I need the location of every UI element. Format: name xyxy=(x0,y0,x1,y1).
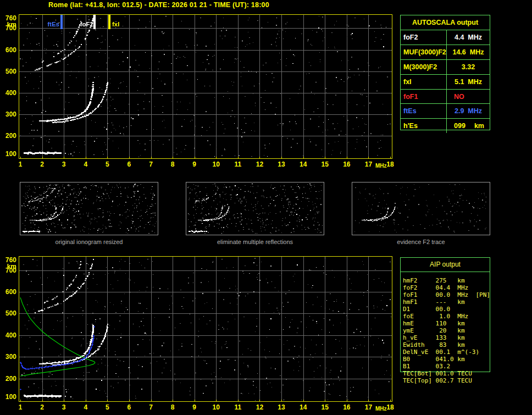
x-tick-label-10: 10 xyxy=(210,403,222,411)
autoscala-table-title: AUTOSCALA output xyxy=(401,15,490,30)
y-tick-label-400: 400 xyxy=(0,331,16,339)
x-tick-label-14: 14 xyxy=(297,161,309,168)
main-ionogram-canvas xyxy=(19,14,392,159)
x-tick-label-6: 6 xyxy=(123,403,135,411)
autoscala-row-label: foF1 xyxy=(401,90,447,104)
x-tick-label-2: 2 xyxy=(36,403,48,411)
x-tick-label-15: 15 xyxy=(319,161,331,168)
autoscala-row-value: NO xyxy=(447,90,490,104)
aip-row-hmF2: hmF2 275 km xyxy=(403,277,490,284)
aip-row-foF2: foF2 04.4 MHz xyxy=(403,284,490,291)
x-tick-label-4: 4 xyxy=(80,161,92,168)
autoscala-output-table: AUTOSCALA output foF24.4MHzMUF(3000)F214… xyxy=(400,15,490,130)
x-tick-label-10: 10 xyxy=(210,161,222,168)
x-tick-label-12: 12 xyxy=(253,161,265,168)
x-tick-label-13: 13 xyxy=(275,403,287,411)
autoscala-row-label: ftEs xyxy=(401,104,447,118)
fxI-marker-label: fxI xyxy=(112,21,119,27)
x-tick-label-17: 17 xyxy=(362,161,374,168)
autoscala-row-MUF(3000)F2: MUF(3000)F214.6MHz xyxy=(401,45,490,60)
aip-row-B1: B1 03.2 xyxy=(403,363,490,370)
autoscala-row-value: 099km xyxy=(447,119,490,133)
y-tick-label-500: 500 xyxy=(0,68,16,75)
autoscala-row-value: 4.4MHz xyxy=(447,30,490,45)
x-tick-label-4: 4 xyxy=(80,403,92,411)
autoscala-row-value: 14.6MHz xyxy=(447,45,490,59)
x-tick-label-7: 7 xyxy=(145,403,157,411)
x-axis-unit: MHz xyxy=(375,406,387,412)
aip-row-DelN_vE: DelN_vE 00.1 m^(-3) xyxy=(403,348,490,356)
page-title: Rome (lat: +41.8, lon: 012.5) - DATE: 20… xyxy=(48,1,269,9)
x-tick-label-9: 9 xyxy=(189,161,201,168)
x-tick-label-16: 16 xyxy=(341,161,353,168)
x-tick-label-6: 6 xyxy=(123,161,135,168)
autoscala-row-label: foF2 xyxy=(401,30,447,45)
autoscala-row-M(3000)F2: M(3000)F23.32 xyxy=(401,60,490,75)
autoscala-table-rows: foF24.4MHzMUF(3000)F214.6MHzM(3000)F23.3… xyxy=(401,30,490,133)
panel-original-ionogram-canvas xyxy=(20,182,158,235)
x-tick-label-13: 13 xyxy=(275,161,287,168)
autoscala-row-value: 2.9MHz xyxy=(447,104,490,118)
x-tick-label-14: 14 xyxy=(297,403,309,411)
y-axis-unit: km xyxy=(0,263,16,270)
aip-row-hmF1: hmF1 --- km xyxy=(403,298,490,306)
profile-ionogram-plot xyxy=(19,256,392,402)
y-tick-label-600: 600 xyxy=(0,46,16,54)
autoscala-row-label: MUF(3000)F2 xyxy=(401,45,447,59)
autoscala-row-value: 5.1MHz xyxy=(447,75,490,89)
aip-row-B0: B0 041.0 km xyxy=(403,356,490,363)
x-tick-label-7: 7 xyxy=(145,161,157,168)
aip-row-TEC[Top]: TEC[Top] 002.7 TECU xyxy=(403,377,490,384)
y-tick-label-300: 300 xyxy=(0,353,16,361)
panel-eliminate-reflections-canvas xyxy=(186,182,324,235)
aip-row-h_vE: h_vE 133 km xyxy=(403,334,490,341)
foF2-marker-label: foF2 xyxy=(76,21,93,27)
aip-row-Ewidth: Ewidth 83 km xyxy=(403,341,490,348)
x-tick-label-15: 15 xyxy=(319,403,331,411)
panel-evidence-f2-canvas xyxy=(352,182,490,235)
x-tick-label-5: 5 xyxy=(101,161,113,168)
x-tick-label-1: 1 xyxy=(14,403,26,411)
panel-eliminate-reflections xyxy=(186,182,324,235)
x-tick-label-11: 11 xyxy=(232,161,244,168)
aip-row-ymE: ymE 20 km xyxy=(403,327,490,334)
autoscala-row-ftEs: ftEs2.9MHz xyxy=(401,104,490,119)
panel-evidence-f2-caption: evidence F2 trace xyxy=(352,239,490,245)
y-tick-label-100: 100 xyxy=(0,393,16,401)
y-tick-label-400: 400 xyxy=(0,89,16,97)
panel-evidence-f2 xyxy=(352,182,490,235)
autoscala-row-value: 3.32 xyxy=(447,60,490,74)
x-tick-label-12: 12 xyxy=(253,403,265,411)
y-tick-label-100: 100 xyxy=(0,150,16,158)
main-ionogram-plot xyxy=(19,14,392,159)
x-tick-label-2: 2 xyxy=(36,161,48,168)
y-axis-unit: km xyxy=(0,21,16,29)
panel-original-ionogram-caption: original ionogram resized xyxy=(20,239,158,245)
x-tick-label-16: 16 xyxy=(341,403,353,411)
y-tick-label-600: 600 xyxy=(0,288,16,296)
aip-row-TEC[Bot]: TEC[Bot] 001.0 TECU xyxy=(403,370,490,377)
aip-row-foF1: foF1 00.0 MHz [PN] xyxy=(403,291,490,298)
x-tick-label-3: 3 xyxy=(58,161,70,168)
y-tick-label-200: 200 xyxy=(0,375,16,383)
autoscala-row-foF1: foF1NO xyxy=(401,90,490,104)
y-tick-label-300: 300 xyxy=(0,110,16,118)
panel-eliminate-reflections-caption: eliminate multiple reflections xyxy=(186,239,324,245)
x-tick-label-11: 11 xyxy=(232,403,244,411)
autoscala-row-label: h'Es xyxy=(401,119,447,133)
aip-row-foE: foE 1.0 MHz xyxy=(403,313,490,320)
ftEs-marker-label: ftEs xyxy=(44,21,59,27)
x-tick-label-9: 9 xyxy=(189,403,201,411)
x-tick-label-1: 1 xyxy=(14,161,26,168)
x-tick-label-3: 3 xyxy=(58,403,70,411)
x-tick-label-8: 8 xyxy=(167,403,179,411)
aip-row-D1: D1 00.0 xyxy=(403,306,490,313)
profile-ionogram-canvas xyxy=(19,256,392,402)
panel-original-ionogram xyxy=(20,182,158,235)
y-tick-label-200: 200 xyxy=(0,132,16,140)
autoscala-row-fxI: fxI5.1MHz xyxy=(401,75,490,90)
y-tick-label-500: 500 xyxy=(0,309,16,317)
aip-row-hmE: hmE 110 km xyxy=(403,320,490,327)
autoscala-row-label: fxI xyxy=(401,75,447,89)
x-tick-label-8: 8 xyxy=(167,161,179,168)
